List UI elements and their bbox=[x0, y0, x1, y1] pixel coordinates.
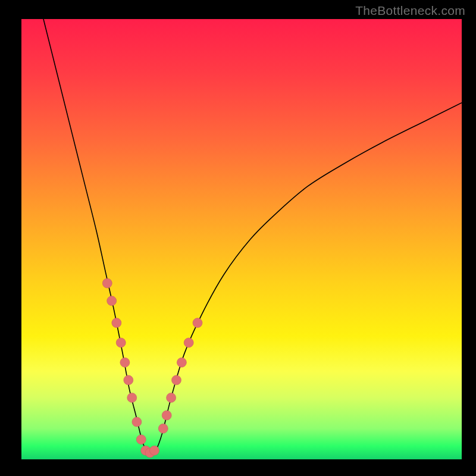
data-marker bbox=[177, 358, 186, 367]
data-marker bbox=[124, 375, 133, 385]
data-marker bbox=[171, 375, 181, 385]
data-marker bbox=[167, 393, 176, 402]
watermark-text: TheBottleneck.com bbox=[355, 4, 465, 18]
chart-frame: TheBottleneck.com bbox=[0, 0, 476, 476]
data-marker bbox=[102, 278, 112, 288]
bottleneck-curve bbox=[43, 19, 462, 455]
data-marker bbox=[193, 318, 202, 328]
data-marker bbox=[116, 338, 126, 347]
data-marker bbox=[107, 296, 117, 306]
data-marker bbox=[112, 318, 121, 328]
data-marker bbox=[127, 393, 137, 402]
data-marker bbox=[136, 435, 146, 444]
data-marker bbox=[158, 424, 168, 433]
plot-area bbox=[21, 19, 462, 459]
data-marker bbox=[162, 411, 171, 420]
data-marker bbox=[132, 417, 142, 427]
data-marker bbox=[120, 358, 130, 367]
bottleneck-chart-svg bbox=[21, 19, 462, 459]
data-marker bbox=[149, 446, 159, 455]
data-marker bbox=[184, 338, 193, 347]
marker-group bbox=[102, 278, 202, 458]
